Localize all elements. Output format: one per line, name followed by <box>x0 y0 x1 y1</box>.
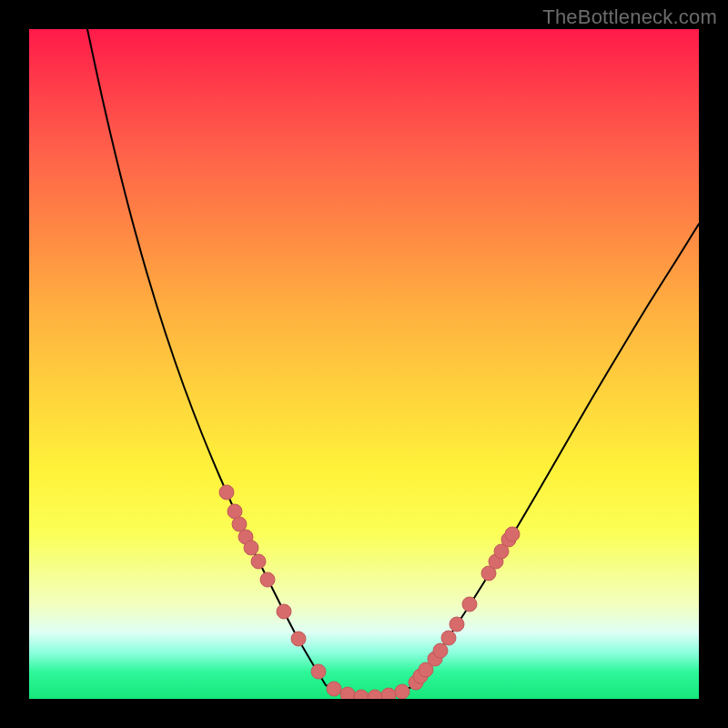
data-marker <box>354 690 369 699</box>
data-marker <box>251 554 266 569</box>
data-marker <box>462 597 477 612</box>
data-marker <box>219 485 234 500</box>
data-marker <box>277 604 291 619</box>
data-marker <box>340 687 355 699</box>
data-marker <box>311 664 326 679</box>
data-marker <box>232 517 247 531</box>
plot-area <box>29 29 699 699</box>
data-marker <box>291 632 306 646</box>
bottleneck-curve <box>87 29 699 697</box>
data-marker <box>450 617 464 632</box>
data-marker <box>368 690 382 699</box>
curve-layer <box>29 29 699 699</box>
data-marker <box>441 631 456 645</box>
data-marker <box>395 684 410 699</box>
data-marker <box>381 688 396 699</box>
marker-group <box>219 485 520 699</box>
chart-frame: TheBottleneck.com <box>0 0 728 728</box>
data-marker <box>433 643 448 658</box>
data-marker <box>260 572 275 587</box>
data-marker <box>244 541 258 555</box>
data-marker <box>505 527 520 541</box>
watermark-text: TheBottleneck.com <box>542 5 717 29</box>
data-marker <box>327 682 341 696</box>
